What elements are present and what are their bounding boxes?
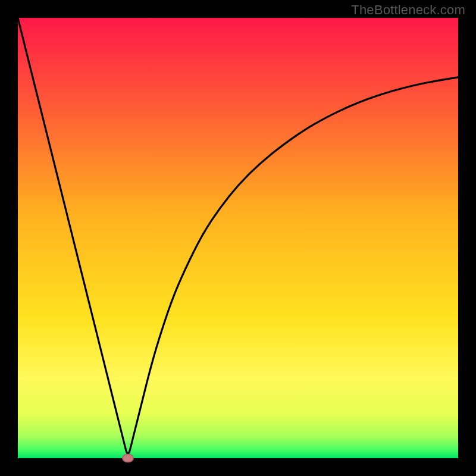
- optimal-point-marker: [122, 454, 134, 463]
- watermark-text: TheBottleneck.com: [351, 2, 465, 18]
- gradient-background: [18, 18, 458, 458]
- bottleneck-chart: [18, 18, 458, 458]
